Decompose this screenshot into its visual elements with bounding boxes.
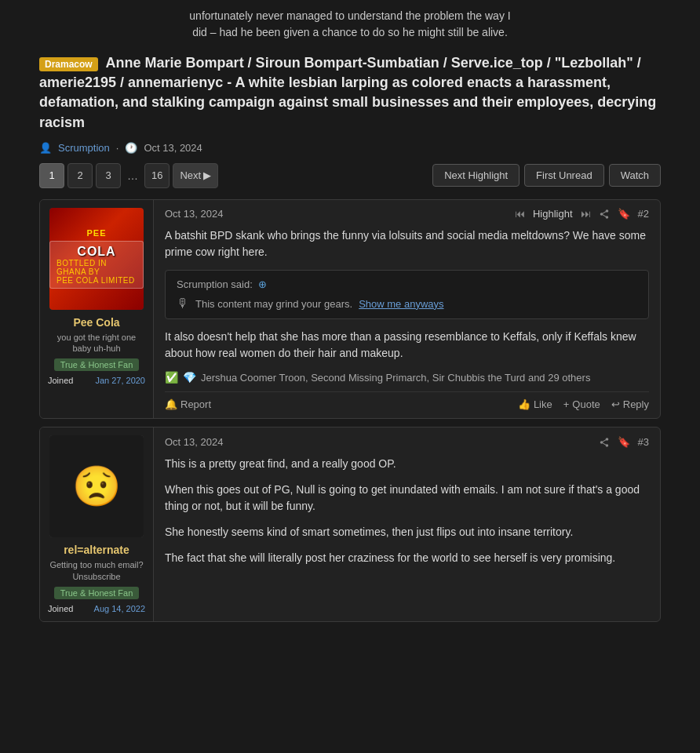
- quote-author-2: Scrumption said: ⊕: [177, 278, 637, 290]
- like-icon: 👍: [518, 398, 530, 410]
- post-text-3c: She honestly seems kind of smart sometim…: [165, 524, 649, 540]
- post-actions-right-3: 🔖 #3: [599, 435, 649, 448]
- post-sidebar-rel-alternate: 😟 rel=alternate Getting too much email? …: [40, 427, 154, 621]
- post-content-3: Oct 13, 2024 🔖 #3 This is a pretty great…: [154, 427, 660, 621]
- first-unread-button[interactable]: First Unread: [524, 164, 604, 187]
- bell-icon: 🔔: [165, 398, 177, 410]
- post-text-3a: This is a pretty great find, and a reall…: [165, 456, 649, 472]
- page-3-button[interactable]: 3: [96, 163, 121, 188]
- reaction-emoji-2: 💎: [183, 371, 196, 384]
- thread-title: Anne Marie Bompart / Siroun Bompart-Sumb…: [39, 55, 656, 130]
- join-info-pee-cola: Joined Jan 27, 2020: [48, 376, 145, 385]
- circle-plus-icon[interactable]: ⊕: [258, 278, 267, 290]
- user-subtitle-pee-cola: you got the right one baby uh-huh: [48, 332, 145, 355]
- dramacow-badge[interactable]: Dramacow: [39, 57, 98, 71]
- user-badge-pee-cola: True & Honest Fan: [54, 358, 140, 371]
- next-page-button[interactable]: Next ▶: [173, 163, 218, 188]
- page-2-button[interactable]: 2: [67, 163, 93, 188]
- prev-post-icon[interactable]: ⏮: [515, 208, 525, 220]
- post-footer-2: 🔔 Report 👍 Like + Quote ↩ Reply: [165, 391, 649, 410]
- post-sidebar-pee-cola: PEE COLA BOTTLED IN GHANA BYPEE COLA LIM…: [40, 200, 154, 419]
- next-highlight-button[interactable]: Next Highlight: [432, 164, 520, 187]
- post-2: PEE COLA BOTTLED IN GHANA BYPEE COLA LIM…: [39, 199, 661, 420]
- show-anyway-link[interactable]: Show me anyways: [359, 298, 443, 310]
- thread-date: Oct 13, 2024: [144, 142, 202, 154]
- highlight-button-2[interactable]: Highlight: [533, 208, 573, 220]
- post-3: 😟 rel=alternate Getting too much email? …: [39, 427, 661, 622]
- post-header-3: Oct 13, 2024 🔖 #3: [165, 435, 649, 448]
- bookmark-icon-2[interactable]: 🔖: [618, 208, 630, 220]
- reply-icon: ↩: [611, 398, 620, 410]
- share-icon-3[interactable]: [599, 435, 610, 448]
- content-warning-2: 🎙 This content may grind your gears. Sho…: [177, 296, 637, 311]
- avatar-rel-alternate: 😟: [49, 435, 144, 537]
- post-footer-right-2: 👍 Like + Quote ↩ Reply: [518, 398, 649, 410]
- thread-author[interactable]: Scrumption: [58, 142, 110, 154]
- pagination-row: 1 2 3 … 16 Next ▶ Next Highlight First U…: [39, 163, 661, 188]
- quote-icon: +: [563, 398, 570, 410]
- reaction-row-2: ✅ 💎 Jershua Coomer Troon, Second Missing…: [165, 371, 649, 384]
- user-icon: 👤: [39, 142, 52, 154]
- username-rel-alternate[interactable]: rel=alternate: [64, 544, 129, 556]
- quote-button-2[interactable]: + Quote: [563, 398, 600, 410]
- share-icon-2[interactable]: [599, 208, 610, 220]
- bookmark-icon-3[interactable]: 🔖: [618, 436, 630, 448]
- like-button-2[interactable]: 👍 Like: [518, 398, 552, 410]
- user-subtitle-rel-alternate: Getting too much email? Unsubscribe: [48, 559, 145, 582]
- reply-button-2[interactable]: ↩ Reply: [611, 398, 649, 410]
- post-date-2: Oct 13, 2024: [165, 208, 223, 220]
- post-text-3b: When this goes out of PG, Null is going …: [165, 482, 649, 515]
- join-info-rel-alternate: Joined Aug 14, 2022: [48, 604, 145, 613]
- post-content-2: Oct 13, 2024 ⏮ Highlight ⏭ 🔖 #2 A batshi…: [154, 200, 660, 419]
- join-date-rel-alternate: Aug 14, 2022: [94, 604, 145, 613]
- post-text-3d: The fact that she will literally post he…: [165, 550, 649, 566]
- page-ellipsis: …: [124, 169, 141, 182]
- post-date-3: Oct 13, 2024: [165, 436, 223, 448]
- page-numbers: 1 2 3 … 16 Next ▶: [39, 163, 218, 188]
- post-text-2: A batshit BPD skank who brings the funny…: [165, 227, 649, 260]
- avatar-pee-cola: PEE COLA BOTTLED IN GHANA BYPEE COLA LIM…: [49, 208, 144, 310]
- reaction-text-2: Jershua Coomer Troon, Second Missing Pri…: [201, 372, 590, 384]
- page-1-button[interactable]: 1: [39, 163, 64, 188]
- action-buttons: Next Highlight First Unread Watch: [432, 164, 661, 187]
- post-header-2: Oct 13, 2024 ⏮ Highlight ⏭ 🔖 #2: [165, 208, 649, 220]
- reaction-emoji-1: ✅: [165, 371, 178, 384]
- top-text: unfortunately never managed to understan…: [39, 8, 661, 41]
- post-actions-right-2: ⏮ Highlight ⏭ 🔖 #2: [515, 208, 649, 220]
- thread-meta: 👤 Scrumption · 🕐 Oct 13, 2024: [39, 142, 661, 154]
- report-button-2[interactable]: 🔔 Report: [165, 398, 211, 410]
- join-date-pee-cola: Jan 27, 2020: [95, 376, 145, 385]
- thread-title-section: Dramacow Anne Marie Bompart / Siroun Bom…: [39, 53, 661, 133]
- next-post-icon[interactable]: ⏭: [581, 208, 591, 220]
- post-number-2: #2: [638, 208, 649, 220]
- post-text-2b: It also doesn't help that she has more t…: [165, 329, 649, 362]
- username-pee-cola[interactable]: Pee Cola: [73, 316, 119, 329]
- mic-icon: 🎙: [177, 296, 189, 311]
- page-16-button[interactable]: 16: [144, 163, 170, 188]
- watch-button[interactable]: Watch: [609, 164, 661, 187]
- quote-block-2: Scrumption said: ⊕ 🎙 This content may gr…: [165, 270, 649, 319]
- user-badge-rel-alternate: True & Honest Fan: [54, 587, 140, 599]
- post-number-3: #3: [638, 436, 649, 448]
- clock-icon: 🕐: [125, 142, 137, 154]
